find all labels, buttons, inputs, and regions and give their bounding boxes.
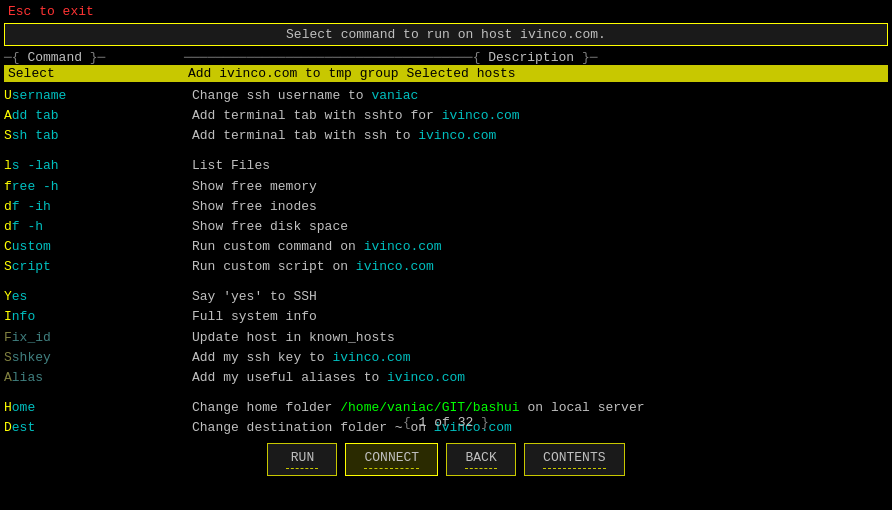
command-item[interactable]: Dest bbox=[4, 418, 184, 438]
selected-row: Select Add ivinco.com to tmp group Selec… bbox=[4, 65, 888, 82]
footer-button-connect[interactable]: CONNECT bbox=[345, 443, 438, 476]
command-item[interactable]: df -ih bbox=[4, 197, 184, 217]
command-item[interactable]: df -h bbox=[4, 217, 184, 237]
command-item[interactable]: Custom bbox=[4, 237, 184, 257]
description-item: Add terminal tab with ssh to ivinco.com bbox=[192, 126, 888, 146]
command-item[interactable]: free -h bbox=[4, 177, 184, 197]
footer-button-run[interactable]: RUN bbox=[267, 443, 337, 476]
command-item[interactable]: Username bbox=[4, 86, 184, 106]
description-item: List Files bbox=[192, 156, 888, 176]
description-item: Full system info bbox=[192, 307, 888, 327]
description-item: Add my useful aliases to ivinco.com bbox=[192, 368, 888, 388]
description-item: Run custom script on ivinco.com bbox=[192, 257, 888, 277]
command-header: ─{ Command }─ bbox=[4, 50, 184, 65]
description-item: Say 'yes' to SSH bbox=[192, 287, 888, 307]
command-item[interactable]: Add tab bbox=[4, 106, 184, 126]
command-item[interactable]: Sshkey bbox=[4, 348, 184, 368]
command-item[interactable]: Home bbox=[4, 398, 184, 418]
description-list: Change ssh username to vaniacAdd termina… bbox=[184, 86, 888, 412]
command-list: UsernameAdd tabSsh tabls -lahfree -hdf -… bbox=[4, 86, 184, 412]
description-item: Add my ssh key to ivinco.com bbox=[192, 348, 888, 368]
description-item: Change ssh username to vaniac bbox=[192, 86, 888, 106]
footer-button-back[interactable]: BACK bbox=[446, 443, 516, 476]
description-header: ─────────────────────────────────────{ D… bbox=[184, 50, 888, 65]
description-item: Show free memory bbox=[192, 177, 888, 197]
description-item: Change destination folder ~ on ivinco.co… bbox=[192, 418, 888, 438]
footer-button-contents[interactable]: CONTENTS bbox=[524, 443, 624, 476]
command-item[interactable]: ls -lah bbox=[4, 156, 184, 176]
command-item[interactable]: Info bbox=[4, 307, 184, 327]
title-bar: Select command to run on host ivinco.com… bbox=[4, 23, 888, 46]
footer-buttons: RUNCONNECTBACKCONTENTS bbox=[0, 433, 892, 480]
command-item[interactable]: Alias bbox=[4, 368, 184, 388]
esc-label: Esc to exit bbox=[0, 0, 892, 23]
command-item[interactable]: Ssh tab bbox=[4, 126, 184, 146]
command-item[interactable]: Script bbox=[4, 257, 184, 277]
description-item: Update host in known_hosts bbox=[192, 328, 888, 348]
description-item: Run custom command on ivinco.com bbox=[192, 237, 888, 257]
command-item[interactable]: Yes bbox=[4, 287, 184, 307]
description-item: Show free inodes bbox=[192, 197, 888, 217]
description-item: Show free disk space bbox=[192, 217, 888, 237]
command-item[interactable]: Fix_id bbox=[4, 328, 184, 348]
description-item: Add terminal tab with sshto for ivinco.c… bbox=[192, 106, 888, 126]
description-item: Change home folder /home/vaniac/GIT/bash… bbox=[192, 398, 888, 418]
